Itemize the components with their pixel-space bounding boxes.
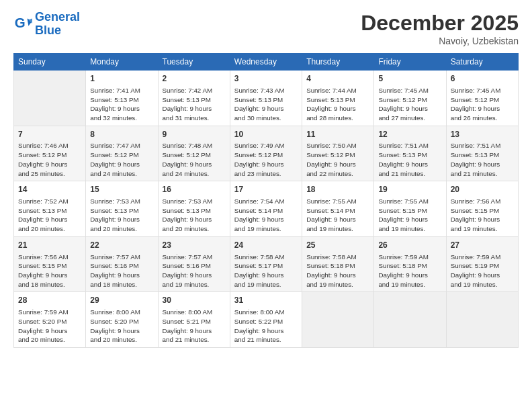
cell-info-line: Daylight: 9 hours bbox=[234, 326, 298, 336]
day-number: 5 bbox=[378, 73, 441, 85]
cell-info-line: Sunset: 5:15 PM bbox=[451, 206, 514, 216]
calendar-cell: 3Sunrise: 7:43 AMSunset: 5:13 PMDaylight… bbox=[230, 71, 302, 126]
calendar-cell: 30Sunrise: 8:00 AMSunset: 5:21 PMDayligh… bbox=[158, 292, 230, 348]
calendar-cell: 5Sunrise: 7:45 AMSunset: 5:12 PMDaylight… bbox=[374, 71, 446, 126]
cell-info-line: Daylight: 9 hours bbox=[306, 104, 369, 113]
cell-info-line: Daylight: 9 hours bbox=[306, 215, 369, 224]
cell-info-line: and 20 minutes. bbox=[18, 224, 81, 234]
cell-info-line: Sunset: 5:13 PM bbox=[18, 206, 81, 216]
day-number: 21 bbox=[18, 240, 81, 251]
cell-info-line: Daylight: 9 hours bbox=[451, 104, 514, 113]
cell-info-line: Daylight: 9 hours bbox=[163, 271, 226, 280]
calendar-cell bbox=[302, 292, 374, 348]
cell-info-line: Sunset: 5:22 PM bbox=[234, 317, 298, 326]
cell-info-line: Sunrise: 7:44 AM bbox=[306, 86, 369, 95]
cell-info-line: Sunset: 5:19 PM bbox=[451, 261, 514, 271]
day-number: 16 bbox=[163, 184, 226, 195]
cell-info-line: Daylight: 9 hours bbox=[451, 160, 514, 169]
week-row-2: 14Sunrise: 7:52 AMSunset: 5:13 PMDayligh… bbox=[14, 181, 519, 237]
cell-info-line: Daylight: 9 hours bbox=[378, 160, 441, 169]
cell-info-line: Sunset: 5:13 PM bbox=[451, 150, 514, 160]
day-number: 14 bbox=[18, 184, 81, 195]
calendar-cell bbox=[446, 292, 518, 348]
cell-info-line: and 19 minutes. bbox=[451, 280, 514, 289]
cell-info-line: and 24 minutes. bbox=[163, 169, 226, 179]
cell-info-line: Sunrise: 7:59 AM bbox=[18, 308, 81, 317]
cell-info-line: Sunrise: 7:53 AM bbox=[90, 197, 153, 206]
cell-info-line: and 19 minutes. bbox=[163, 280, 226, 289]
cell-info-line: Sunrise: 7:45 AM bbox=[451, 86, 514, 95]
cell-info-line: Sunrise: 7:54 AM bbox=[234, 197, 298, 206]
cell-info-line: Daylight: 9 hours bbox=[451, 215, 514, 224]
week-row-4: 28Sunrise: 7:59 AMSunset: 5:20 PMDayligh… bbox=[14, 292, 519, 348]
cell-info-line: Sunrise: 7:48 AM bbox=[163, 141, 226, 150]
cell-info-line: and 21 minutes. bbox=[378, 169, 441, 179]
cell-info-line: Sunrise: 7:57 AM bbox=[90, 253, 153, 262]
cell-info-line: and 19 minutes. bbox=[378, 280, 441, 289]
calendar-cell: 13Sunrise: 7:51 AMSunset: 5:13 PMDayligh… bbox=[446, 126, 518, 181]
month-title: December 2025 bbox=[361, 11, 519, 36]
day-number: 6 bbox=[451, 73, 514, 85]
cell-info-line: Sunrise: 7:55 AM bbox=[378, 197, 441, 206]
cell-info-line: Sunset: 5:15 PM bbox=[18, 261, 81, 271]
day-number: 2 bbox=[163, 73, 226, 85]
header: G General Blue December 2025 Navoiy, Uzb… bbox=[13, 11, 519, 46]
cell-info-line: Sunrise: 7:45 AM bbox=[378, 86, 441, 95]
calendar-cell: 10Sunrise: 7:49 AMSunset: 5:12 PMDayligh… bbox=[230, 126, 302, 181]
cell-info-line: and 18 minutes. bbox=[90, 280, 153, 289]
cell-info-line: Daylight: 9 hours bbox=[163, 326, 226, 336]
cell-info-line: Daylight: 9 hours bbox=[163, 215, 226, 224]
calendar-cell: 22Sunrise: 7:57 AMSunset: 5:16 PMDayligh… bbox=[86, 236, 158, 292]
cell-info-line: Daylight: 9 hours bbox=[378, 215, 441, 224]
day-number: 13 bbox=[451, 129, 514, 140]
day-number: 18 bbox=[306, 184, 369, 195]
cell-info-line: Sunrise: 7:58 AM bbox=[306, 253, 369, 262]
day-number: 26 bbox=[378, 240, 441, 251]
header-day-monday: Monday bbox=[86, 54, 158, 71]
day-number: 15 bbox=[90, 184, 153, 195]
cell-info-line: Daylight: 9 hours bbox=[90, 215, 153, 224]
cell-info-line: Sunset: 5:17 PM bbox=[234, 261, 298, 271]
day-number: 23 bbox=[163, 240, 226, 251]
cell-info-line: Daylight: 9 hours bbox=[90, 271, 153, 280]
cell-info-line: Sunset: 5:13 PM bbox=[306, 95, 369, 105]
cell-info-line: Sunset: 5:16 PM bbox=[163, 261, 226, 271]
cell-info-line: Sunrise: 7:59 AM bbox=[378, 253, 441, 262]
cell-info-line: Daylight: 9 hours bbox=[451, 271, 514, 280]
calendar-cell: 17Sunrise: 7:54 AMSunset: 5:14 PMDayligh… bbox=[230, 181, 302, 237]
location: Navoiy, Uzbekistan bbox=[361, 36, 519, 46]
cell-info-line: Sunrise: 7:43 AM bbox=[234, 86, 298, 95]
cell-info-line: Daylight: 9 hours bbox=[234, 104, 298, 113]
day-number: 3 bbox=[234, 73, 298, 85]
cell-info-line: and 20 minutes. bbox=[18, 335, 81, 345]
cell-info-line: and 30 minutes. bbox=[234, 113, 298, 123]
cell-info-line: Sunrise: 7:58 AM bbox=[234, 253, 298, 262]
day-number: 9 bbox=[163, 129, 226, 140]
calendar-cell: 6Sunrise: 7:45 AMSunset: 5:12 PMDaylight… bbox=[446, 71, 518, 126]
week-row-0: 1Sunrise: 7:41 AMSunset: 5:13 PMDaylight… bbox=[14, 71, 519, 126]
calendar-cell: 27Sunrise: 7:59 AMSunset: 5:19 PMDayligh… bbox=[446, 236, 518, 292]
cell-info-line: and 26 minutes. bbox=[451, 113, 514, 123]
cell-info-line: and 21 minutes. bbox=[163, 335, 226, 345]
cell-info-line: and 19 minutes. bbox=[306, 280, 369, 289]
day-number: 10 bbox=[234, 129, 298, 140]
day-number: 1 bbox=[90, 73, 153, 85]
cell-info-line: and 19 minutes. bbox=[234, 224, 298, 234]
cell-info-line: Sunrise: 7:41 AM bbox=[90, 86, 153, 95]
calendar-cell: 29Sunrise: 8:00 AMSunset: 5:20 PMDayligh… bbox=[86, 292, 158, 348]
calendar-cell: 8Sunrise: 7:47 AMSunset: 5:12 PMDaylight… bbox=[86, 126, 158, 181]
header-day-saturday: Saturday bbox=[446, 54, 518, 71]
header-day-thursday: Thursday bbox=[302, 54, 374, 71]
cell-info-line: Sunset: 5:14 PM bbox=[234, 206, 298, 216]
title-block: December 2025 Navoiy, Uzbekistan bbox=[361, 11, 519, 46]
calendar-cell: 23Sunrise: 7:57 AMSunset: 5:16 PMDayligh… bbox=[158, 236, 230, 292]
cell-info-line: Sunset: 5:12 PM bbox=[306, 150, 369, 160]
cell-info-line: Sunrise: 7:51 AM bbox=[378, 141, 441, 150]
cell-info-line: Sunrise: 7:56 AM bbox=[18, 253, 81, 262]
day-number: 8 bbox=[90, 129, 153, 140]
day-number: 7 bbox=[18, 129, 81, 140]
cell-info-line: Sunset: 5:13 PM bbox=[163, 206, 226, 216]
header-day-friday: Friday bbox=[374, 54, 446, 71]
week-row-1: 7Sunrise: 7:46 AMSunset: 5:12 PMDaylight… bbox=[14, 126, 519, 181]
cell-info-line: Sunset: 5:12 PM bbox=[378, 95, 441, 105]
